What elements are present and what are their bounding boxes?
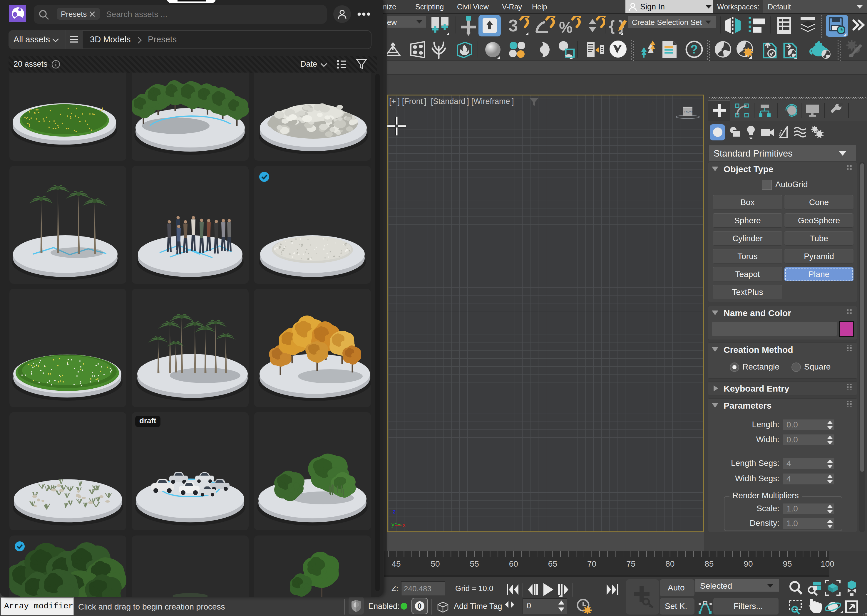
- svg-text:x: x: [403, 522, 406, 528]
- svg-text:z: z: [393, 508, 396, 515]
- svg-text:FRONT: FRONT: [684, 110, 693, 113]
- svg-text:?: ?: [690, 42, 698, 56]
- svg-text:0: 0: [417, 602, 422, 610]
- svg-text:%: %: [559, 19, 573, 36]
- svg-text:3: 3: [508, 16, 518, 35]
- svg-text:y: y: [392, 521, 394, 528]
